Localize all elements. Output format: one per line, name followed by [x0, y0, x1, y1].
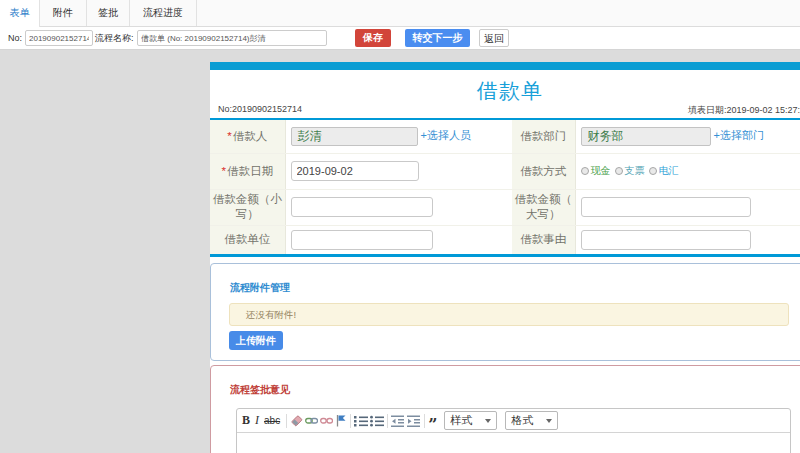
- separator: [350, 414, 351, 428]
- amount-small-input[interactable]: [291, 197, 433, 217]
- chevron-down-icon: [546, 419, 552, 423]
- loan-form-table: *借款人 彭清+选择人员 借款部门 财务部+选择部门 *借款日期 借款方式 现金…: [210, 120, 800, 257]
- bullet-list-icon[interactable]: [370, 413, 384, 429]
- radio-wire-label[interactable]: 电汇: [659, 164, 679, 178]
- approval-editor[interactable]: B I abc ” 样式 格式: [236, 408, 791, 453]
- radio-cash-label[interactable]: 现金: [591, 164, 611, 178]
- form-date: 填表日期:2019-09-02 15:27:14: [688, 104, 800, 117]
- link-icon[interactable]: [305, 413, 318, 429]
- approval-title: 流程签批意见: [230, 383, 290, 397]
- editor-content[interactable]: [237, 433, 790, 453]
- tab-bar: 表单 附件 签批 流程进度: [0, 0, 800, 27]
- save-button[interactable]: 保存: [355, 29, 391, 47]
- choose-person-link[interactable]: +选择人员: [421, 129, 471, 141]
- separator: [387, 414, 388, 428]
- form-no: No:20190902152714: [218, 104, 302, 114]
- indent-icon[interactable]: [407, 413, 421, 429]
- chevron-down-icon: [485, 419, 491, 423]
- unit-input[interactable]: [291, 230, 433, 250]
- card-top-bar: [210, 62, 800, 70]
- form-card: 借款单 No:20190902152714 填表日期:2019-09-02 15…: [210, 62, 800, 453]
- attachments-title: 流程附件管理: [230, 281, 290, 295]
- forward-next-button[interactable]: 转交下一步: [405, 29, 470, 47]
- format-select[interactable]: 格式: [505, 411, 558, 430]
- back-button[interactable]: 返回: [479, 29, 509, 47]
- bold-icon[interactable]: B: [242, 413, 250, 429]
- radio-wire[interactable]: [649, 167, 657, 175]
- no-input[interactable]: [25, 30, 93, 46]
- borrower-label: *借款人: [210, 120, 285, 153]
- radio-cheque-label[interactable]: 支票: [625, 164, 645, 178]
- tab-progress[interactable]: 流程进度: [130, 0, 197, 26]
- choose-department-link[interactable]: +选择部门: [714, 129, 764, 141]
- approval-panel: 流程签批意见 B I abc ” 样式 格式: [210, 365, 800, 453]
- editor-toolbar: B I abc ” 样式 格式: [237, 409, 790, 433]
- blockquote-icon[interactable]: ”: [428, 413, 437, 429]
- borrower-input: 彭清: [291, 127, 418, 146]
- separator: [424, 414, 425, 428]
- action-toolbar: No: 流程名称: 保存 转交下一步 返回: [0, 27, 800, 50]
- reason-label: 借款事由: [512, 225, 575, 255]
- tab-attachments[interactable]: 附件: [40, 0, 87, 26]
- radio-cash[interactable]: [581, 167, 589, 175]
- loan-date-label: *借款日期: [210, 153, 285, 189]
- no-attachments-alert: 还没有附件!: [229, 303, 789, 326]
- amount-small-label: 借款金额（小写）: [210, 189, 285, 225]
- radio-cheque[interactable]: [615, 167, 623, 175]
- department-label: 借款部门: [512, 120, 575, 153]
- unlink-icon[interactable]: [320, 413, 333, 429]
- department-input: 财务部: [581, 127, 711, 146]
- numbered-list-icon[interactable]: [354, 413, 368, 429]
- flow-name-input[interactable]: [137, 30, 327, 46]
- remove-format-icon[interactable]: [290, 413, 303, 429]
- upload-attachment-button[interactable]: 上传附件: [229, 331, 283, 350]
- no-label: No:: [8, 27, 22, 49]
- unit-label: 借款单位: [210, 225, 285, 255]
- italic-icon[interactable]: I: [255, 413, 259, 429]
- amount-big-input[interactable]: [581, 197, 751, 217]
- tab-approval[interactable]: 签批: [87, 0, 130, 26]
- flow-name-label: 流程名称:: [95, 27, 134, 49]
- tab-form[interactable]: 表单: [0, 0, 40, 27]
- form-title: 借款单: [210, 70, 800, 102]
- loan-date-input[interactable]: [291, 161, 419, 181]
- strikethrough-icon[interactable]: abc: [264, 413, 280, 429]
- method-label: 借款方式: [512, 153, 575, 189]
- anchor-flag-icon[interactable]: [335, 413, 347, 429]
- amount-big-label: 借款金额（大写）: [512, 189, 575, 225]
- attachments-panel: 流程附件管理 还没有附件! 上传附件: [210, 263, 800, 361]
- outdent-icon[interactable]: [391, 413, 405, 429]
- reason-input[interactable]: [581, 230, 751, 250]
- style-select[interactable]: 样式: [444, 411, 497, 430]
- separator: [286, 414, 287, 428]
